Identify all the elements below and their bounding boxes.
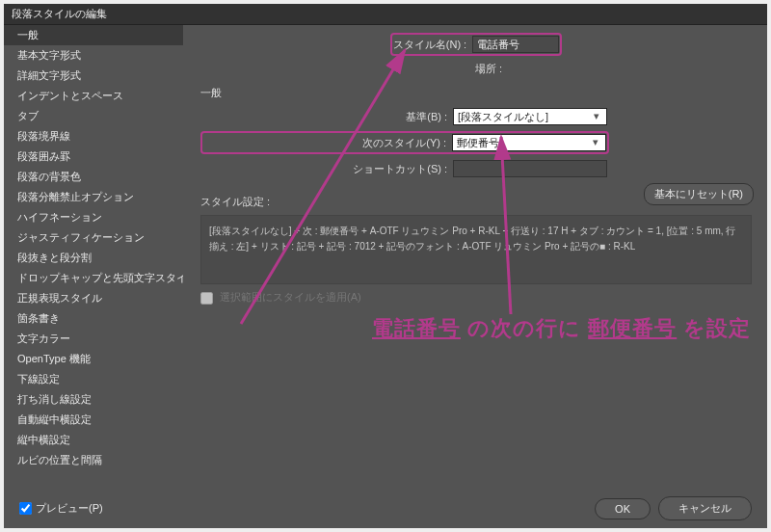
sidebar-item-general[interactable]: 一般 — [4, 25, 183, 45]
sidebar-item-opentype[interactable]: OpenType 機能 — [4, 349, 183, 369]
shortcut-label: ショートカット(S) : — [200, 162, 447, 176]
sidebar-item-span[interactable]: 段抜きと段分割 — [4, 248, 183, 268]
preview-checkbox[interactable]: プレビュー(P) — [19, 501, 103, 516]
shortcut-input[interactable] — [453, 160, 607, 177]
sidebar-item-basic-char[interactable]: 基本文字形式 — [4, 45, 183, 66]
sidebar-item-bullets[interactable]: 箇条書き — [4, 308, 183, 329]
preview-check-input[interactable] — [19, 502, 32, 515]
ok-button[interactable]: OK — [595, 498, 651, 519]
sidebar-item-bg[interactable]: 段落の背景色 — [4, 167, 183, 187]
sidebar-item-adv-char[interactable]: 詳細文字形式 — [4, 66, 183, 86]
settings-text: [段落スタイルなし] + 次 : 郵便番号 + A-OTF リュウミン Pro … — [200, 215, 752, 284]
sidebar-item-ruby[interactable]: ルビの位置と間隔 — [4, 450, 183, 470]
sidebar-item-indent[interactable]: インデントとスペース — [4, 86, 183, 106]
sidebar-item-hyphen[interactable]: ハイフネーション — [4, 207, 183, 227]
sidebar: 一般 基本文字形式 詳細文字形式 インデントとスペース タブ 段落境界線 段落囲… — [4, 25, 183, 489]
annotation-text: 電話番号 の次の行に 郵便番号 を設定 — [372, 314, 751, 343]
sidebar-item-tab[interactable]: タブ — [4, 106, 183, 126]
chevron-down-icon: ▾ — [594, 110, 605, 121]
section-title: 一般 — [200, 86, 752, 100]
sidebar-list[interactable]: 一般 基本文字形式 詳細文字形式 インデントとスペース タブ 段落境界線 段落囲… — [4, 25, 183, 489]
next-style-label: 次のスタイル(Y) : — [203, 136, 446, 150]
settings-label: スタイル設定 : — [200, 195, 283, 209]
sidebar-item-keep[interactable]: 段落分離禁止オプション — [4, 187, 183, 207]
dialog-footer: プレビュー(P) OK キャンセル — [4, 489, 767, 528]
sidebar-item-justify[interactable]: ジャスティフィケーション — [4, 227, 183, 248]
sidebar-item-dropcap[interactable]: ドロップキャップと先頭文字スタイル — [4, 268, 183, 288]
sidebar-item-strike[interactable]: 打ち消し線設定 — [4, 389, 183, 410]
base-label: 基準(B) : — [200, 110, 447, 124]
location-label: 場所 : — [444, 62, 502, 76]
apply-to-selection: 選択範囲にスタイルを適用(A) — [200, 290, 752, 305]
reset-button[interactable]: 基本にリセット(R) — [644, 183, 754, 205]
main-panel: スタイル名(N) : 場所 : 一般 基準(B) : ▾ 次のスタイル(Y) : — [183, 25, 767, 489]
sidebar-item-underline[interactable]: 下線設定 — [4, 369, 183, 389]
dialog: 段落スタイルの編集 一般 基本文字形式 詳細文字形式 インデントとスペース タブ… — [0, 0, 771, 532]
sidebar-item-auto-tcy[interactable]: 自動縦中横設定 — [4, 410, 183, 430]
sidebar-item-color[interactable]: 文字カラー — [4, 329, 183, 349]
sidebar-item-rules[interactable]: 段落境界線 — [4, 126, 183, 146]
chevron-down-icon: ▾ — [593, 136, 604, 147]
apply-label: 選択範囲にスタイルを適用(A) — [220, 291, 361, 303]
sidebar-item-tcy[interactable]: 縦中横設定 — [4, 430, 183, 450]
style-name-input[interactable] — [472, 36, 559, 53]
dialog-title: 段落スタイルの編集 — [4, 4, 767, 25]
dialog-body: 一般 基本文字形式 詳細文字形式 インデントとスペース タブ 段落境界線 段落囲… — [4, 25, 767, 489]
cancel-button[interactable]: キャンセル — [658, 496, 752, 520]
preview-label: プレビュー(P) — [36, 501, 103, 516]
apply-checkbox — [200, 292, 213, 305]
base-select[interactable] — [453, 108, 607, 125]
style-name-label: スタイル名(N) : — [393, 38, 466, 52]
next-style-select[interactable] — [452, 134, 606, 151]
sidebar-item-regex[interactable]: 正規表現スタイル — [4, 288, 183, 308]
sidebar-item-border[interactable]: 段落囲み罫 — [4, 146, 183, 167]
